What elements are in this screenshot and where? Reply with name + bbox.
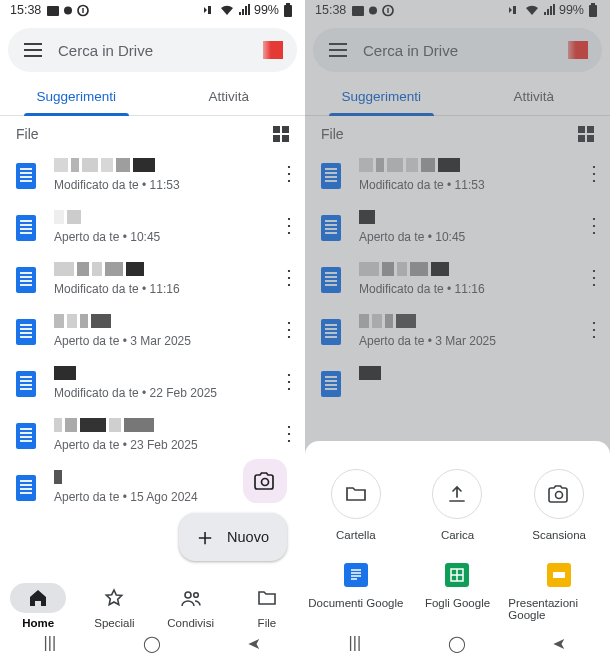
list-item[interactable]: Aperto da te • 10:45 ⋮ [0, 202, 305, 254]
svg-rect-3 [83, 8, 84, 13]
svg-point-15 [556, 492, 563, 499]
svg-point-1 [64, 6, 72, 14]
camera-icon [254, 471, 276, 491]
svg-rect-16 [553, 572, 565, 578]
search-bar[interactable]: Cerca in Drive [8, 28, 297, 72]
more-icon[interactable]: ⋮ [275, 210, 303, 235]
docs-icon [16, 163, 36, 189]
sheets-icon [445, 563, 469, 587]
back-button[interactable]: ➤ [553, 634, 566, 653]
file-sub: Modificato da te • 11:16 [54, 282, 275, 296]
docs-icon [16, 371, 36, 397]
docs-icon [16, 319, 36, 345]
file-title [54, 158, 275, 172]
tabs: Suggerimenti Attività [0, 78, 305, 116]
folder-icon [257, 589, 277, 607]
file-title [54, 366, 275, 380]
section-title[interactable]: File [16, 126, 39, 142]
more-icon[interactable]: ⋮ [275, 158, 303, 183]
list-item[interactable]: Aperto da te • 3 Mar 2025 ⋮ [0, 306, 305, 358]
upload-icon [446, 483, 468, 505]
sheet-upload[interactable]: Carica [407, 469, 509, 541]
image-icon [47, 4, 59, 17]
section-header: File [0, 116, 305, 150]
screenshot-right: 15:38 99% Cerca in Drive Suggerimenti At… [305, 0, 610, 661]
file-sub: Aperto da te • 3 Mar 2025 [54, 334, 275, 348]
back-button[interactable]: ➤ [248, 634, 261, 653]
profile-avatar[interactable] [263, 41, 283, 59]
recents-button[interactable]: ||| [44, 634, 56, 652]
more-icon[interactable]: ⋮ [275, 418, 303, 443]
plus-icon: ＋ [193, 521, 217, 553]
svg-rect-4 [284, 5, 292, 17]
hamburger-icon[interactable] [24, 43, 42, 57]
docs-icon [344, 563, 368, 587]
list-item[interactable]: Modificato da te • 22 Feb 2025 ⋮ [0, 358, 305, 410]
people-icon [180, 589, 202, 607]
more-icon[interactable]: ⋮ [275, 262, 303, 287]
svg-rect-0 [47, 6, 59, 16]
svg-point-7 [185, 592, 191, 598]
status-bar: 15:38 99% [0, 0, 305, 20]
scan-fab[interactable] [243, 459, 287, 503]
search-placeholder: Cerca in Drive [58, 42, 263, 59]
battery-pct: 99% [254, 3, 279, 17]
file-sub: Modificato da te • 22 Feb 2025 [54, 386, 275, 400]
android-nav: ||| ◯ ➤ [305, 625, 610, 661]
sheet-docs[interactable]: Documenti Google [305, 563, 407, 621]
status-icons-left [47, 4, 89, 17]
file-title [54, 418, 275, 432]
android-nav: ||| ◯ ➤ [0, 625, 305, 661]
svg-rect-5 [286, 3, 290, 5]
list-item[interactable]: Aperto da te • 23 Feb 2025 ⋮ [0, 410, 305, 462]
tab-suggestions[interactable]: Suggerimenti [0, 78, 153, 115]
home-icon [28, 588, 48, 608]
sheet-sheets[interactable]: Fogli Google [407, 563, 509, 621]
home-button[interactable]: ◯ [143, 634, 161, 653]
file-title [54, 210, 275, 224]
whatsapp-icon [77, 4, 89, 17]
docs-icon [16, 475, 36, 501]
sheet-slides[interactable]: Presentazioni Google [508, 563, 610, 621]
wifi-icon [220, 4, 234, 16]
docs-icon [16, 267, 36, 293]
list-item[interactable]: Modificato da te • 11:53 ⋮ [0, 150, 305, 202]
file-sub: Modificato da te • 11:53 [54, 178, 275, 192]
file-sub: Aperto da te • 10:45 [54, 230, 275, 244]
star-icon [104, 588, 124, 608]
docs-icon [16, 423, 36, 449]
more-icon[interactable]: ⋮ [275, 314, 303, 339]
new-label: Nuovo [227, 529, 269, 545]
svg-point-8 [193, 593, 198, 598]
svg-point-6 [262, 479, 269, 486]
tab-activity[interactable]: Attività [153, 78, 306, 115]
battery-icon [283, 3, 293, 17]
more-icon[interactable]: ⋮ [275, 366, 303, 391]
vibration-icon [203, 4, 216, 16]
slides-icon [547, 563, 571, 587]
sheet-folder[interactable]: Cartella [305, 469, 407, 541]
recents-button[interactable]: ||| [349, 634, 361, 652]
camera-icon [548, 484, 570, 504]
screenshot-left: 15:38 99% Cerca in Drive Suggerimenti At… [0, 0, 305, 661]
file-title [54, 262, 275, 276]
folder-icon [345, 484, 367, 504]
docs-icon [16, 215, 36, 241]
new-button[interactable]: ＋ Nuovo [179, 513, 287, 561]
signal-icon [238, 4, 250, 16]
sheet-scan[interactable]: Scansiona [508, 469, 610, 541]
list-item[interactable]: Modificato da te • 11:16 ⋮ [0, 254, 305, 306]
view-grid-icon[interactable] [273, 126, 289, 142]
gear-icon [62, 4, 74, 17]
file-title [54, 314, 275, 328]
home-button[interactable]: ◯ [448, 634, 466, 653]
file-sub: Aperto da te • 23 Feb 2025 [54, 438, 275, 452]
status-time: 15:38 [10, 3, 41, 17]
